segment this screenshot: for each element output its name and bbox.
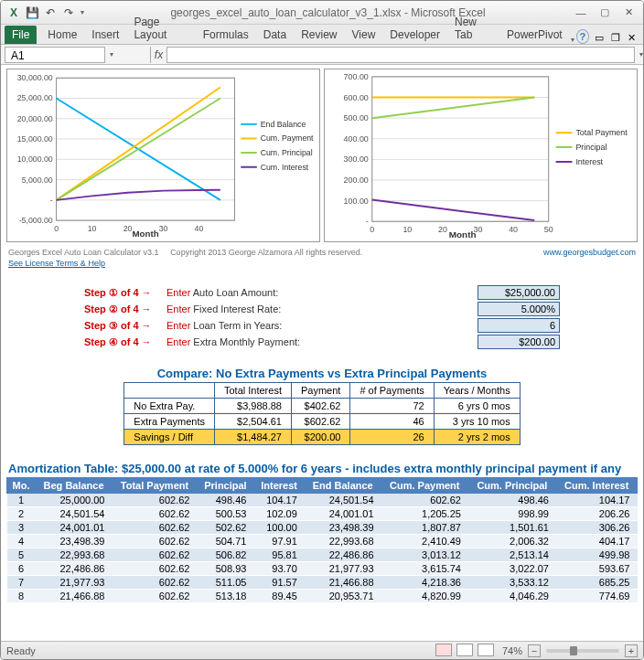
step-input-cell[interactable]: $25,000.00	[478, 285, 560, 300]
amort-cell: 506.82	[198, 548, 254, 562]
redo-icon[interactable]: ↷	[61, 5, 76, 20]
svg-text:25,000.00: 25,000.00	[17, 93, 53, 102]
normal-view-icon[interactable]	[435, 644, 452, 656]
save-icon[interactable]: 💾	[25, 5, 39, 20]
amort-cell: 23,498.39	[305, 521, 381, 535]
page-layout-view-icon[interactable]	[456, 644, 473, 656]
amort-cell: 511.05	[198, 576, 254, 590]
amort-cell: 22,486.86	[305, 548, 381, 562]
minimize-ribbon-icon[interactable]: ▭	[595, 32, 604, 44]
close-workbook-icon[interactable]: ✕	[628, 32, 636, 44]
amort-cell: 89.45	[253, 590, 304, 603]
compare-header: Years / Months	[434, 383, 520, 399]
amort-cell: 100.00	[253, 521, 304, 535]
amort-cell: 498.46	[468, 494, 556, 507]
tab-view[interactable]: View	[345, 26, 383, 44]
amort-cell: 2	[7, 507, 36, 521]
amort-cell: 998.99	[468, 507, 556, 521]
restore-window-icon[interactable]: ❐	[611, 32, 620, 44]
amort-cell: 97.91	[253, 535, 304, 548]
tab-formulas[interactable]: Formulas	[196, 26, 256, 44]
amort-cell: 602.62	[112, 562, 197, 576]
tab-insert[interactable]: Insert	[84, 26, 126, 44]
amort-cell: 3,615.74	[381, 562, 468, 576]
amort-cell: 602.62	[112, 507, 197, 521]
name-box[interactable]: A1	[5, 47, 105, 63]
undo-icon[interactable]: ↶	[43, 5, 58, 20]
excel-icon[interactable]: X	[6, 5, 21, 20]
svg-text:400.00: 400.00	[344, 134, 369, 144]
amort-cell: 500.53	[198, 507, 254, 521]
compare-cell: $2,504.61	[214, 414, 291, 430]
step-input-cell[interactable]: 6	[478, 318, 560, 333]
status-ready: Ready	[6, 645, 36, 656]
step-label: Step ③ of 4 →	[84, 320, 166, 332]
copyright: Copyright 2013 George Alzamora All right…	[170, 248, 362, 257]
svg-text:Interest: Interest	[575, 157, 603, 166]
step-row: Step ③ of 4 → Enter Loan Term in Years: …	[84, 317, 560, 334]
status-bar: Ready 74% − +	[1, 641, 643, 659]
compare-cell: $3,988.88	[214, 399, 291, 414]
amort-cell: 24,001.01	[305, 507, 381, 521]
chart-payment-svg: -100.00200.00300.00400.00500.00600.00700…	[325, 69, 637, 241]
amort-cell: 1,807.87	[381, 521, 468, 535]
zoom-level[interactable]: 74%	[502, 645, 522, 656]
amort-header: Beg Balance	[36, 478, 113, 494]
tab-powerpivot[interactable]: PowerPivot	[499, 26, 570, 44]
charts-row: -5,000.00-5,000.0010,000.0015,000.0020,0…	[6, 69, 638, 242]
formula-bar-expand-icon[interactable]: ▾	[639, 50, 643, 59]
page-break-view-icon[interactable]	[478, 644, 494, 656]
tab-new-tab[interactable]: New Tab	[447, 13, 499, 44]
close-button[interactable]: ✕	[619, 6, 638, 19]
amort-cell: 2,410.49	[381, 535, 468, 548]
svg-text:Principal: Principal	[575, 143, 606, 152]
chart2-xlabel: Month	[449, 229, 477, 240]
amort-header: Principal	[198, 478, 254, 494]
chart-payment-breakdown[interactable]: -100.00200.00300.00400.00500.00600.00700…	[324, 69, 638, 242]
formula-input[interactable]	[166, 47, 635, 63]
amort-cell: 502.62	[198, 521, 254, 535]
zoom-slider-thumb[interactable]	[570, 646, 577, 655]
worksheet-area[interactable]: -5,000.00-5,000.0010,000.0015,000.0020,0…	[1, 65, 643, 641]
zoom-slider[interactable]	[546, 649, 619, 653]
zoom-out-button[interactable]: −	[528, 644, 541, 657]
amort-row: 522,993.68602.62506.8295.8122,486.863,01…	[7, 548, 638, 562]
svg-text:5,000.00: 5,000.00	[22, 176, 53, 185]
tab-review[interactable]: Review	[294, 26, 344, 44]
amort-cell: 4,046.29	[468, 590, 556, 603]
chart1-xlabel: Month	[132, 229, 158, 239]
svg-text:20: 20	[123, 224, 133, 233]
tab-page-layout[interactable]: Page Layout	[126, 13, 195, 44]
site-link[interactable]: www.georgesbudget.com	[543, 248, 636, 257]
amort-cell: 24,001.01	[36, 521, 113, 535]
maximize-button[interactable]: ▢	[596, 6, 614, 19]
ribbon-options-icon[interactable]: ▾	[571, 36, 574, 44]
compare-row: Extra Payments$2,504.61$602.62463 yrs 10…	[124, 414, 520, 430]
name-box-dropdown-icon[interactable]: ▾	[110, 50, 113, 59]
amort-cell: 1	[7, 494, 36, 507]
tab-developer[interactable]: Developer	[382, 26, 447, 44]
zoom-in-button[interactable]: +	[625, 644, 638, 657]
tab-home[interactable]: Home	[40, 26, 84, 44]
chart-cumulative[interactable]: -5,000.00-5,000.0010,000.0015,000.0020,0…	[6, 69, 320, 242]
license-link[interactable]: See License Terms & Help	[8, 259, 105, 268]
view-buttons[interactable]	[435, 644, 495, 658]
step-input-cell[interactable]: $200.00	[478, 335, 560, 349]
step-input-cell[interactable]: 5.000%	[478, 302, 560, 316]
minimize-button[interactable]: —	[572, 6, 590, 19]
svg-text:500.00: 500.00	[344, 113, 369, 122]
compare-row-label: No Extra Pay.	[124, 399, 215, 414]
amort-cell: 104.17	[556, 494, 638, 507]
amort-cell: 404.17	[556, 535, 638, 548]
tab-file[interactable]: File	[5, 26, 37, 44]
amort-cell: 102.09	[253, 507, 304, 521]
amort-cell: 91.57	[253, 576, 304, 590]
compare-cell: $200.00	[291, 430, 349, 445]
svg-text:40: 40	[509, 225, 518, 234]
product-name: Georges Excel Auto Loan Calculator v3.1	[8, 248, 159, 257]
tab-data[interactable]: Data	[256, 26, 294, 44]
help-icon[interactable]: ?	[576, 29, 589, 44]
amort-cell: 6	[7, 562, 36, 576]
fx-icon[interactable]: fx	[150, 47, 166, 63]
svg-text:-: -	[50, 196, 53, 205]
